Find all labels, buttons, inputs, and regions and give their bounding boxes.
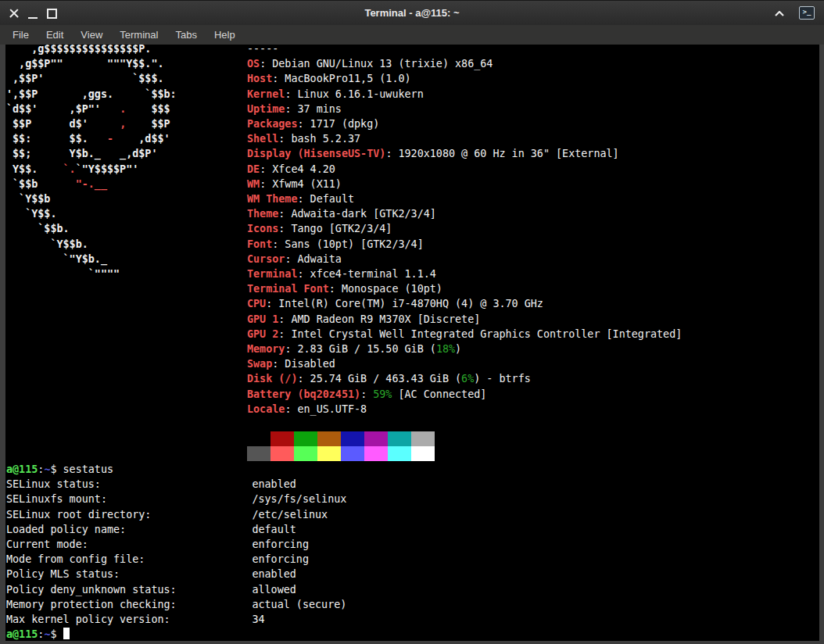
maximize-icon [47, 9, 57, 19]
palette-block [411, 431, 435, 446]
maximize-button[interactable] [42, 1, 61, 26]
menu-file[interactable]: File [5, 27, 37, 43]
fetch-info: ----- OS: Debian GNU/Linux 13 (trixie) x… [247, 45, 682, 417]
window-title: Terminal - a@115: ~ [94, 1, 730, 26]
palette-block [364, 446, 388, 461]
titlebar[interactable]: Terminal - a@115: ~ >_ [0, 0, 824, 25]
minimize-icon [28, 17, 38, 19]
palette-block [317, 446, 341, 461]
color-palette-row-bright [247, 446, 435, 461]
menubar: FileEditViewTerminalTabsHelp [0, 25, 824, 45]
palette-block [294, 431, 317, 446]
menu-terminal[interactable]: Terminal [112, 27, 166, 43]
palette-block [294, 446, 317, 461]
palette-block [411, 446, 435, 461]
palette-block [270, 431, 294, 446]
palette-block [247, 446, 270, 461]
screen: { "window": { "title": "Terminal - a@115… [0, 0, 824, 644]
menu-tabs[interactable]: Tabs [167, 27, 204, 43]
color-palette-row-normal [247, 431, 435, 446]
menu-help[interactable]: Help [206, 27, 243, 43]
shade-button[interactable] [769, 1, 790, 26]
palette-block [388, 446, 411, 461]
palette-block [364, 431, 388, 446]
palette-block [388, 431, 411, 446]
palette-block [247, 431, 270, 446]
close-icon [9, 9, 19, 18]
chevron-up-icon [775, 11, 784, 16]
window-terminal-icon[interactable]: >_ [799, 6, 815, 20]
ascii-art-debian-logo: ,g$$$$$$$$$$$$$$$P. ,g$$P"" """Y$$.". ,$… [6, 45, 177, 281]
menu-view[interactable]: View [73, 27, 110, 43]
minimize-button[interactable] [23, 1, 42, 26]
terminal-cursor[interactable] [63, 628, 70, 639]
palette-block [341, 431, 364, 446]
shell-output: a@115:~$ sestatus SELinux status: enable… [6, 462, 346, 641]
menu-edit[interactable]: Edit [38, 27, 71, 43]
palette-block [317, 431, 341, 446]
terminal-screen[interactable]: ,g$$$$$$$$$$$$$$$P. ,g$$P"" """Y$$.". ,$… [5, 45, 819, 641]
close-button[interactable] [5, 1, 23, 26]
palette-block [341, 446, 364, 461]
palette-block [270, 446, 294, 461]
